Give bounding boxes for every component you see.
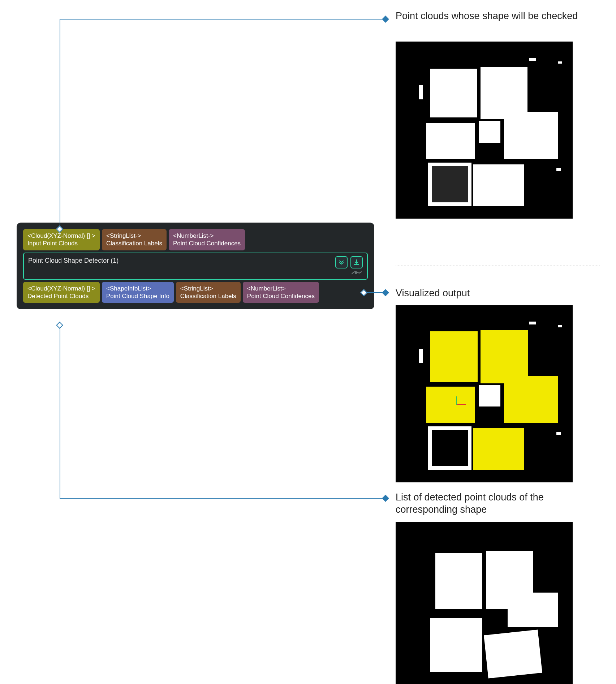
svg-rect-19 [430, 428, 470, 468]
svg-rect-15 [481, 330, 528, 383]
port-name-label: Point Cloud Shape Info [106, 292, 169, 300]
svg-rect-21 [529, 322, 536, 324]
connector-line [60, 498, 385, 499]
svg-rect-4 [479, 121, 500, 143]
connector-endpoint-icon [382, 16, 389, 23]
port-type-label: <Cloud(XYZ-Normal) [] > [27, 232, 95, 240]
output-port-detected-point-clouds[interactable]: <Cloud(XYZ-Normal) [] > Detected Point C… [23, 282, 100, 303]
output-port-row: <Cloud(XYZ-Normal) [] > Detected Point C… [23, 282, 368, 303]
svg-rect-28 [435, 553, 482, 609]
svg-rect-24 [419, 349, 423, 363]
connector-endpoint-icon [382, 495, 389, 502]
port-type-label: <NumberList> [247, 285, 315, 292]
output-port-point-cloud-confidences[interactable]: <NumberList> Point Cloud Confidences [243, 282, 319, 303]
node-title: Point Cloud Shape Detector (1) [28, 257, 119, 264]
port-name-label: Input Point Clouds [27, 240, 95, 247]
connector-endpoint-icon [56, 322, 63, 329]
thumbnail-input-pointcloud [396, 42, 573, 219]
svg-rect-31 [484, 629, 542, 678]
port-type-label: <StringList-> [106, 232, 162, 240]
svg-rect-3 [426, 123, 475, 159]
svg-rect-12 [419, 85, 423, 99]
svg-rect-30 [430, 618, 482, 672]
svg-rect-5 [504, 112, 558, 159]
svg-rect-7 [430, 164, 470, 204]
port-name-label: Point Cloud Confidences [247, 292, 315, 300]
svg-rect-17 [479, 385, 500, 406]
port-name-label: Classification Labels [180, 292, 236, 300]
input-port-classification-labels[interactable]: <StringList-> Classification Labels [102, 229, 167, 250]
port-name-label: Point Cloud Confidences [173, 240, 241, 247]
thumbnail-detected-pointcloud [396, 522, 573, 684]
svg-rect-16 [426, 387, 475, 423]
port-type-label: <NumberList-> [173, 232, 241, 240]
input-port-input-point-clouds[interactable]: <Cloud(XYZ-Normal) [] > Input Point Clou… [23, 229, 100, 250]
thumbnail-visualized-output [396, 305, 573, 482]
node-point-cloud-shape-detector[interactable]: <Cloud(XYZ-Normal) [] > Input Point Clou… [17, 223, 374, 309]
collapse-icon[interactable] [335, 256, 348, 268]
svg-rect-2 [481, 67, 527, 119]
svg-rect-18 [504, 376, 558, 423]
port-name-label: Classification Labels [106, 240, 162, 247]
svg-rect-14 [430, 331, 478, 382]
download-icon[interactable] [350, 256, 363, 268]
port-type-label: <StringList> [180, 285, 236, 292]
connector-endpoint-icon [382, 289, 389, 296]
connector-line [60, 20, 60, 229]
visualize-icon[interactable] [350, 268, 363, 277]
svg-point-33 [355, 271, 357, 274]
svg-rect-22 [558, 325, 562, 327]
node-title-band[interactable]: Point Cloud Shape Detector (1) [23, 253, 368, 280]
annotation-detected: List of detected point clouds of the cor… [396, 491, 591, 516]
input-port-row: <Cloud(XYZ-Normal) [] > Input Point Clou… [23, 229, 368, 250]
svg-rect-23 [556, 432, 561, 435]
svg-rect-1 [430, 69, 477, 117]
annotation-visualized: Visualized output [396, 287, 470, 300]
svg-rect-20 [473, 428, 524, 470]
connector-line [60, 325, 60, 499]
svg-rect-8 [473, 164, 524, 206]
dotted-separator [396, 266, 600, 266]
output-port-classification-labels[interactable]: <StringList> Classification Labels [176, 282, 241, 303]
annotation-input: Point clouds whose shape will be checked [396, 10, 591, 22]
connector-line [60, 19, 385, 20]
port-type-label: <ShapeInfoList> [106, 285, 169, 292]
port-type-label: <Cloud(XYZ-Normal) [] > [27, 285, 95, 292]
svg-rect-32 [508, 593, 558, 627]
svg-rect-9 [529, 58, 536, 61]
svg-rect-10 [558, 61, 562, 64]
input-port-point-cloud-confidences[interactable]: <NumberList-> Point Cloud Confidences [169, 229, 245, 250]
output-port-point-cloud-shape-info[interactable]: <ShapeInfoList> Point Cloud Shape Info [102, 282, 174, 303]
port-name-label: Detected Point Clouds [27, 292, 95, 300]
svg-rect-11 [556, 168, 561, 171]
